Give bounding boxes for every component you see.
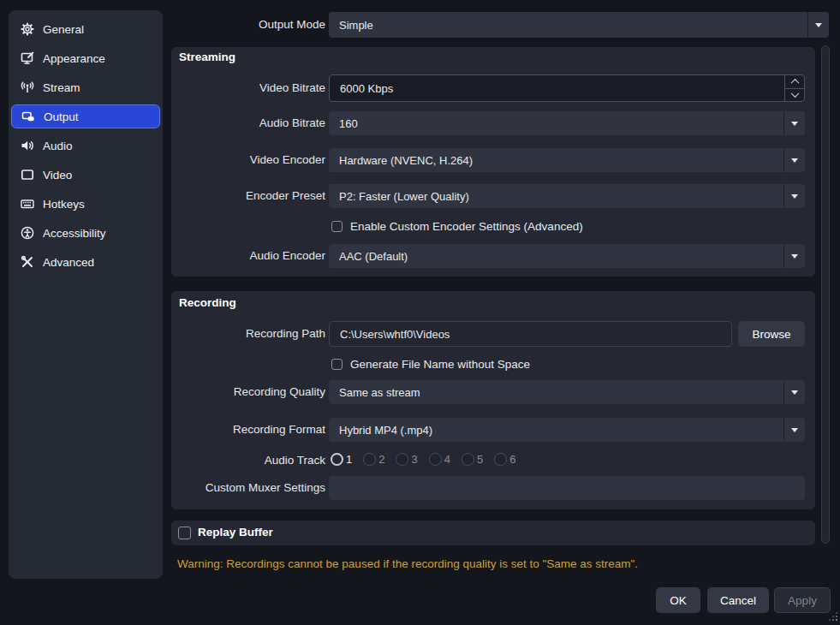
radio-icon [363,453,376,466]
sidebar-item-label: General [43,23,84,36]
chevron-down-icon [783,111,805,135]
chevron-down-icon [783,148,805,172]
encoder-preset-select[interactable]: P2: Faster (Lower Quality) [329,184,805,208]
output-mode-select[interactable]: Simple [329,12,829,38]
browse-button[interactable]: Browse [738,321,805,347]
recording-format-value: Hybrid MP4 (.mp4) [329,424,783,437]
video-encoder-label: Video Encoder [171,153,325,166]
streaming-section-title: Streaming [179,51,235,63]
replay-buffer-title: Replay Buffer [198,526,273,539]
warning-text: Warning: Recordings cannot be paused if … [177,557,638,570]
custom-muxer-label: Custom Muxer Settings [171,481,325,494]
output-displays-icon [21,110,35,123]
recording-format-select[interactable]: Hybrid MP4 (.mp4) [329,418,805,442]
custom-muxer-input[interactable] [329,476,805,500]
sidebar-item-video[interactable]: Video [11,163,160,187]
recording-quality-label: Recording Quality [171,385,325,398]
recording-section-title: Recording [179,296,236,309]
recording-quality-select[interactable]: Same as stream [329,380,805,404]
chevron-down-icon [807,12,829,38]
chevron-up-icon [790,79,799,87]
sidebar-item-label: Audio [43,140,73,152]
chevron-down-icon [790,89,799,98]
sidebar-item-appearance[interactable]: Appearance [11,46,160,70]
custom-encoder-checkbox[interactable] [331,221,343,232]
generate-filename-checkbox[interactable] [331,359,343,370]
sidebar-item-accessibility[interactable]: Accessibility [11,221,160,245]
chevron-down-icon [783,418,805,442]
audio-track-group: 1 2 3 4 5 6 [331,453,515,466]
sidebar-item-audio[interactable]: Audio [11,134,160,158]
sidebar-item-general[interactable]: General [11,17,160,41]
chevron-down-icon [783,184,805,208]
audio-track-5: 5 [462,453,483,466]
audio-bitrate-select[interactable]: 160 [329,111,805,135]
sidebar-item-label: Hotkeys [43,198,85,211]
recording-path-value: C:\Users\whtf0\Videos [340,328,450,341]
radio-icon [494,453,507,466]
resize-grip-icon[interactable] [829,612,837,621]
video-bitrate-label: Video Bitrate [171,81,325,94]
sidebar-item-stream[interactable]: Stream [11,75,160,99]
generate-filename-checkbox-label: Generate File Name without Space [350,358,530,371]
spin-up-button[interactable] [785,75,804,88]
appearance-icon [21,51,34,65]
video-encoder-value: Hardware (NVENC, H.264) [329,154,783,167]
accessibility-icon [21,226,34,240]
speaker-icon [21,139,34,152]
apply-button[interactable]: Apply [774,587,831,613]
spin-buttons [784,75,804,101]
radio-icon [396,453,408,466]
ok-button[interactable]: OK [656,587,700,613]
recording-format-label: Recording Format [171,423,325,436]
audio-encoder-value: AAC (Default) [329,250,783,263]
radio-icon [429,453,442,466]
radio-icon [462,453,474,466]
audio-encoder-select[interactable]: AAC (Default) [329,244,805,268]
encoder-preset-label: Encoder Preset [171,189,325,202]
radio-selected-icon [331,453,343,466]
recording-path-input[interactable]: C:\Users\whtf0\Videos [329,321,732,347]
sidebar-item-advanced[interactable]: Advanced [11,250,160,274]
video-bitrate-value: 6000 Kbps [330,75,784,101]
audio-track-6: 6 [494,453,515,466]
sidebar-item-label: Stream [43,81,80,94]
cancel-button[interactable]: Cancel [707,587,769,613]
replay-buffer-checkbox[interactable] [178,527,191,539]
chevron-down-icon [783,380,805,404]
sidebar-item-label: Appearance [43,52,105,65]
audio-track-3: 3 [396,453,417,466]
audio-bitrate-value: 160 [329,117,783,130]
chevron-down-icon [783,244,805,268]
audio-track-1[interactable]: 1 [331,453,352,466]
encoder-preset-value: P2: Faster (Lower Quality) [329,190,783,203]
antenna-icon [21,80,34,94]
settings-sidebar: General Appearance Stream Output Audio V… [9,10,163,579]
audio-track-label: Audio Track [171,454,325,467]
tools-icon [21,255,34,269]
sidebar-item-label: Accessibility [43,227,106,240]
keyboard-icon [21,197,34,211]
sidebar-item-output[interactable]: Output [11,104,160,128]
output-mode-label: Output Mode [171,18,325,31]
audio-track-2: 2 [363,453,384,466]
sidebar-item-hotkeys[interactable]: Hotkeys [11,192,160,216]
video-encoder-select[interactable]: Hardware (NVENC, H.264) [329,148,805,172]
spin-down-button[interactable] [785,88,804,102]
recording-path-label: Recording Path [171,327,325,340]
audio-bitrate-label: Audio Bitrate [171,116,325,129]
audio-encoder-label: Audio Encoder [171,249,325,262]
vertical-scrollbar[interactable] [821,45,830,544]
output-mode-value: Simple [329,19,807,32]
video-bitrate-spinbox[interactable]: 6000 Kbps [329,74,805,102]
sidebar-item-label: Video [43,169,72,182]
custom-encoder-checkbox-label: Enable Custom Encoder Settings (Advanced… [350,220,583,233]
gear-icon [21,22,34,36]
sidebar-item-label: Advanced [43,256,94,269]
recording-quality-value: Same as stream [329,386,783,399]
audio-track-4: 4 [429,453,450,466]
settings-window: General Appearance Stream Output Audio V… [0,0,840,625]
monitor-icon [21,168,34,182]
sidebar-item-label: Output [44,110,79,123]
